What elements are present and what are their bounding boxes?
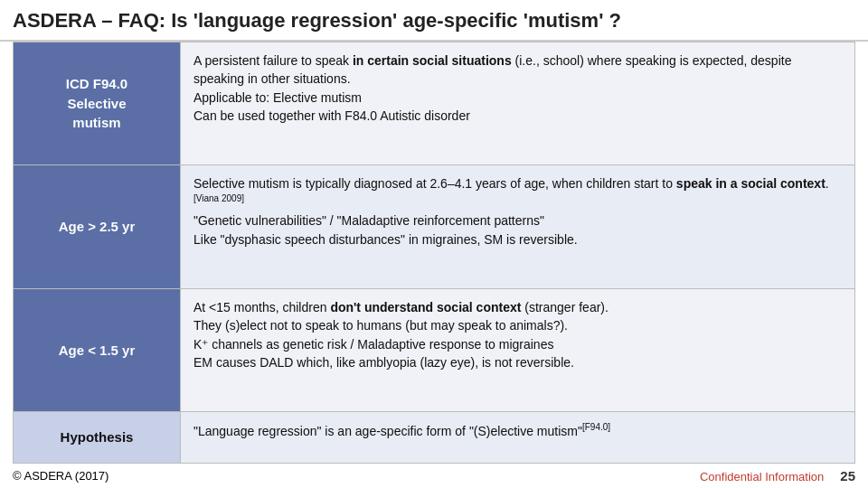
row-content-1: Selective mutism is typically diagnosed … — [181, 165, 855, 289]
row-content-0: A persistent failure to speak in certain… — [181, 42, 855, 165]
row-label-2: Age < 1.5 yr — [14, 289, 181, 412]
row-label-0: ICD F94.0Selectivemutism — [14, 42, 181, 165]
page-title: ASDERA – FAQ: Is 'language regression' a… — [0, 0, 868, 42]
footer-left: © ASDERA (2017) — [13, 469, 108, 483]
row-content-2: At <15 months, children don't understand… — [181, 289, 855, 412]
footer-right-confidential: Confidential Information 25 — [700, 468, 855, 483]
row-label-1: Age > 2.5 yr — [14, 165, 181, 289]
row-content-3: "Language regression" is an age-specific… — [181, 412, 855, 464]
row-label-3: Hypothesis — [14, 412, 181, 464]
footer: © ASDERA (2017) Confidential Information… — [0, 464, 868, 488]
